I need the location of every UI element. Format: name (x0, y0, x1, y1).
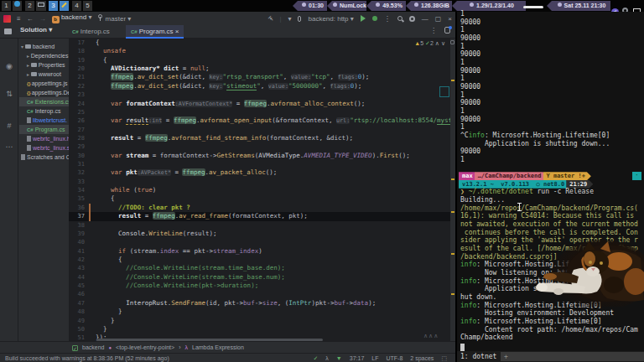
build-status-message: Build succeeded with warnings at 8:38:36… (5, 354, 169, 362)
tool-window-icon-3[interactable]: ⋯ (3, 141, 15, 153)
tree-item-label: Interop.cs (35, 108, 61, 114)
tree-item-appsettings-de[interactable]: {}appsettings.De (19, 88, 69, 97)
breadcrumb-item[interactable]: Lambda Expression (192, 342, 244, 354)
gear-tray-icon[interactable] (622, 2, 631, 10)
window-minimize-button[interactable]: — (422, 15, 428, 23)
tree-item-dependencies[interactable]: ▸ Dependencies (19, 51, 69, 60)
tree-item-appsettings-js[interactable]: {}appsettings.js (19, 79, 69, 88)
tool-window-icon-1[interactable]: ⇅ (3, 88, 15, 100)
monitor-tray-icon[interactable] (633, 2, 641, 10)
window-close-button[interactable]: × (448, 15, 452, 23)
run-button[interactable] (361, 15, 366, 22)
tree-item-interop-cs[interactable]: C#Interop.cs (19, 106, 69, 116)
terminal-window[interactable]: 1900001900001900001900001900001900001900… (457, 12, 644, 362)
tree-item-label: wwwroot (39, 71, 61, 77)
tab-close-icon[interactable]: × (174, 28, 179, 35)
json-file-icon: {} (27, 81, 31, 86)
project-tool-button[interactable] (4, 28, 12, 36)
back-button[interactable]: ← (27, 15, 34, 23)
tree-item-backend[interactable]: ▾ backend (19, 42, 69, 51)
tmux-window-label[interactable]: 1: dotnet (457, 353, 496, 360)
code-text: result = ffmpeg.av_read_frame(formatCont… (96, 212, 308, 220)
terminal-line: 1 (457, 26, 644, 34)
calendar-icon (558, 3, 562, 7)
tree-item-scratches-and-co[interactable]: Scratches and Co (19, 153, 69, 162)
terminal-line: v13.2.1 ~ v7.0.113 ○ net8.021:29 (457, 180, 644, 189)
indent-style[interactable]: 2 spaces (410, 354, 434, 362)
notifications-icon[interactable] (444, 27, 450, 35)
tree-item-label: libwebrtcrust. (33, 117, 67, 123)
debug-button[interactable] (372, 16, 377, 21)
module-check-icon: ✓ (72, 345, 78, 351)
lock-icon[interactable]: ⬚ (441, 354, 447, 362)
line-number: 29 (69, 142, 85, 151)
terminal-line: 90000 (457, 116, 644, 124)
code-text: InteropRust.SendFrame(id, pkt->buf->size… (96, 299, 376, 308)
more-actions-icon[interactable]: ⋮ (384, 15, 391, 23)
tab-interop-cs[interactable]: C#Interop.cs (67, 25, 115, 39)
code-editor[interactable]: 17{18 unsafe19 {20 AVDictionary* dict = … (69, 39, 450, 351)
dotnet-tray-icon[interactable]: d (611, 2, 620, 10)
file-encoding[interactable]: UTF-8 (387, 354, 403, 362)
code-line: 33 (69, 178, 450, 186)
tree-item-program-cs[interactable]: C#Program.cs (19, 125, 69, 134)
tree-item-extensions-cs[interactable]: C#Extensions.cs (19, 97, 69, 106)
tool-window-icon-2[interactable]: # (3, 120, 15, 132)
tree-item-libwebrtcrust-[interactable]: libwebrtcrust. (19, 116, 69, 125)
workspace-button[interactable]: 5 (83, 1, 92, 11)
branch-widget[interactable]: master ▾ (97, 14, 131, 23)
inspections-ok-icon[interactable]: ✓ (313, 354, 318, 362)
laptop-icon[interactable] (36, 1, 46, 11)
code-text: var formatContext:AVFormatContext* = ffm… (96, 100, 365, 108)
tree-item-wwwroot[interactable]: ▸ wwwroot (19, 70, 69, 79)
globe-icon[interactable] (13, 1, 22, 11)
run-config-name[interactable]: backend: http ▾ (308, 15, 353, 23)
breadcrumb-module[interactable]: backend (82, 342, 104, 354)
prompt-segment: …/CamChamp/backend (475, 172, 548, 180)
terminal-line: ❯ ~/.dotnet/dotnet run -c Release (457, 188, 644, 196)
tree-item-properties[interactable]: ▸ Properties (19, 60, 69, 70)
chevron-down-icon[interactable]: ▾ (288, 15, 291, 23)
workspace-button[interactable]: 4 (72, 1, 81, 11)
code-text: var stream = formatContext->GetStreams(A… (96, 152, 410, 160)
line-number: 46 (69, 290, 85, 298)
desktop: 1234501:30NumLock49.53%126.38GiB1.29/1.2… (0, 0, 644, 362)
tab-program-cs[interactable]: C#Program.cs × (126, 25, 184, 39)
window-maximize-button[interactable]: ▢ (435, 15, 442, 23)
terminal-line: Building... (457, 196, 644, 204)
tree-item-webrtc_linux-h[interactable]: webrtc_linux.h (19, 134, 69, 143)
forward-button[interactable]: → (39, 15, 46, 23)
search-icon[interactable] (397, 16, 402, 21)
workspace-button[interactable]: 1 (2, 1, 11, 11)
code-text: if (stream.index == pkt->stream_index) (96, 247, 262, 256)
project-widget[interactable]: b backend ▾ (52, 13, 92, 23)
next-issue-icon[interactable]: ∨ (441, 40, 445, 46)
workspace-button[interactable]: 2 (25, 1, 34, 11)
tree-item-webrtc_linux-s[interactable]: webrtc_linux.s (19, 143, 69, 153)
build-hammer-icon[interactable]: Ŧ (267, 14, 275, 23)
code-line: 26 var result:int = ffmpeg.avformat_open… (69, 116, 450, 125)
main-menu-button[interactable]: ≡ (17, 15, 21, 23)
line-separator[interactable]: LF (371, 354, 378, 362)
tool-window-icon-0[interactable]: ◉ (3, 60, 15, 72)
caret-position[interactable]: 37:17 (350, 354, 365, 362)
prompt-segment: v13.2.1 ~ v7.0.113 ○ net8.0 (459, 180, 570, 189)
workspace-button[interactable]: 3 (49, 1, 58, 11)
lambda-status-icon[interactable]: λ (325, 354, 329, 362)
code-line: 39 Console.WriteLine(result); (69, 230, 450, 238)
tree-item-label: Dependencies (31, 53, 69, 59)
terminal-line: 1 (457, 75, 644, 83)
line-number: 24 (69, 100, 85, 108)
terminal-line: 16,1): warning CS4014: Because this call… (457, 212, 644, 220)
pencil-icon[interactable] (60, 1, 69, 11)
tab-bar-more-icon[interactable]: ⋮ (430, 27, 437, 34)
vcs-update-icon[interactable]: ▼ (336, 354, 342, 362)
settings-gear-icon[interactable] (409, 16, 415, 22)
scrollbar-settings-icon[interactable] (450, 40, 454, 44)
inspection-widget[interactable]: ▲5 ✓2 ∧ ∨ (414, 40, 445, 47)
code-text: //TODO: clear pkt ? (96, 204, 190, 212)
editor-scrollbar[interactable] (450, 39, 455, 351)
breadcrumb-item[interactable]: <top-level-entry-point> (116, 342, 174, 354)
prev-issue-icon[interactable]: ∧ (435, 40, 441, 46)
cat-photo (525, 238, 644, 307)
